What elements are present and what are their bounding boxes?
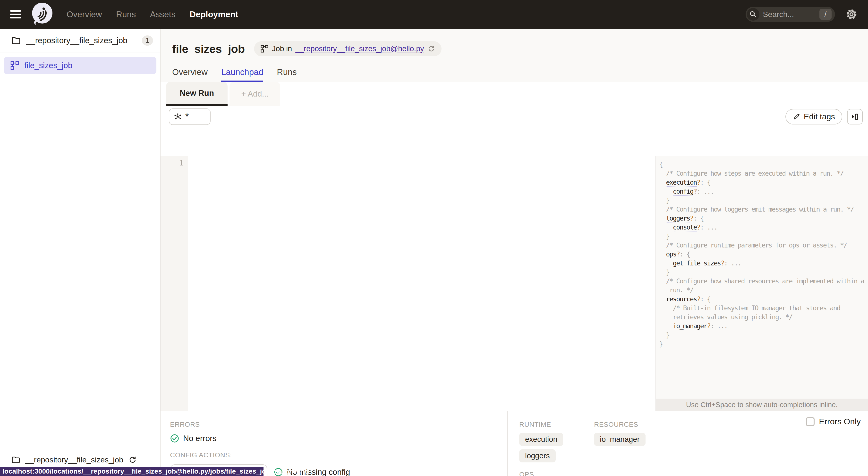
nav-right: /	[746, 7, 858, 22]
launchpad-toolbar: * Edit tags	[160, 106, 868, 127]
op-selector-input[interactable]: *	[169, 108, 211, 125]
status-url-text: localhost:3000/locations/__repository__f…	[2, 468, 309, 475]
job-tabs: OverviewLaunchpadRuns	[172, 67, 297, 82]
line-number: 1	[179, 159, 183, 167]
dagster-logo-icon[interactable]	[31, 2, 54, 26]
config-sections-panel: Errors Only RUNTIME executionloggers RES…	[507, 411, 868, 476]
sidebar-repo-name: __repository__file_sizes_job	[26, 36, 142, 45]
sidebar-repo-count-badge: 1	[142, 35, 153, 45]
reload-repository-icon[interactable]	[128, 455, 137, 464]
search-shortcut-badge: /	[819, 9, 832, 20]
chip-execution[interactable]: execution	[519, 433, 563, 446]
search-icon	[747, 8, 760, 21]
editor-gutter: 1	[160, 156, 188, 411]
resources-label: RESOURCES	[594, 421, 646, 429]
autocomplete-hint: Use Ctrl+Space to show auto-completions …	[656, 399, 868, 411]
editor-code-area[interactable]	[188, 156, 655, 411]
top-nav: OverviewRunsAssetsDeployment /	[0, 0, 868, 29]
job-graph-icon	[10, 61, 20, 70]
ops-label: OPS	[519, 471, 868, 476]
config-schema-panel: { /* Configure how steps are executed wi…	[655, 156, 868, 411]
errors-only-toggle: Errors Only	[806, 417, 861, 426]
runtime-label: RUNTIME	[519, 421, 594, 429]
edit-tags-label: Edit tags	[804, 112, 835, 121]
errors-status: No errors	[183, 434, 217, 443]
runtime-chips: executionloggers	[519, 433, 594, 463]
tab-overview[interactable]: Overview	[172, 67, 208, 82]
search-input[interactable]	[760, 10, 819, 19]
errors-only-checkbox[interactable]	[806, 417, 814, 426]
sidebar-footer: __repository__file_sizes_job	[0, 455, 160, 464]
job-origin-prefix: Job in	[272, 44, 292, 53]
errors-label: ERRORS	[170, 421, 507, 429]
sidebar-repo-row[interactable]: __repository__file_sizes_job 1	[0, 29, 160, 53]
status-url-tooltip: localhost:3000/locations/__repository__f…	[0, 467, 264, 476]
errors-section: ERRORS No errors CONFIG ACTIONS: Scaffol…	[160, 411, 507, 476]
chip-io_manager[interactable]: io_manager	[594, 433, 646, 446]
tab-new-run[interactable]: New Run	[166, 82, 227, 106]
pencil-icon	[793, 113, 801, 121]
sidebar: __repository__file_sizes_job 1 file_size…	[0, 29, 160, 476]
edit-tags-button[interactable]: Edit tags	[785, 109, 842, 125]
dagster-app: OverviewRunsAssetsDeployment /	[0, 0, 868, 476]
job-graph-icon	[260, 45, 269, 53]
op-selector-value: *	[185, 112, 189, 121]
nav-item-assets[interactable]: Assets	[150, 9, 176, 19]
op-selector-icon	[174, 112, 182, 121]
nav-item-deployment[interactable]: Deployment	[190, 9, 238, 19]
bottom-panel: ERRORS No errors CONFIG ACTIONS: Scaffol…	[160, 411, 868, 476]
launchpad-session-tabs: New Run + Add...	[160, 82, 868, 106]
job-origin-tag: Job in __repository__file_sizes_job@hell…	[254, 41, 441, 56]
page-header: file_sizes_job Job in __repository__file…	[160, 29, 868, 82]
page-title: file_sizes_job	[172, 42, 245, 56]
settings-gear-icon[interactable]	[845, 8, 858, 21]
tab-runs[interactable]: Runs	[277, 67, 297, 82]
nav-item-overview[interactable]: Overview	[66, 9, 102, 19]
sidebar-item-label: file_sizes_job	[24, 61, 72, 70]
repository-link[interactable]: __repository__file_sizes_job@hello.py	[295, 44, 424, 53]
config-schema-code: { /* Configure how steps are executed wi…	[656, 156, 868, 348]
chip-loggers[interactable]: loggers	[519, 449, 556, 463]
panel-toggle-icon	[850, 112, 859, 121]
nav-item-runs[interactable]: Runs	[116, 9, 136, 19]
add-session-tab-button[interactable]: + Add...	[229, 82, 280, 106]
resources-chips: io_manager	[594, 433, 646, 446]
config-actions-label: CONFIG ACTIONS:	[170, 451, 507, 459]
check-circle-icon	[170, 434, 179, 443]
sidebar-item-file-sizes-job[interactable]: file_sizes_job	[4, 57, 156, 74]
reload-icon[interactable]	[428, 45, 435, 53]
hamburger-menu-icon[interactable]	[10, 10, 21, 19]
collapse-config-panel-button[interactable]	[847, 109, 863, 125]
footer-repo-name: __repository__file_sizes_job	[25, 455, 123, 464]
tab-launchpad[interactable]: Launchpad	[221, 67, 263, 82]
search-box[interactable]: /	[746, 7, 835, 22]
main-content: file_sizes_job Job in __repository__file…	[160, 29, 868, 476]
folder-icon	[11, 36, 21, 45]
nav-links: OverviewRunsAssetsDeployment	[66, 9, 238, 19]
config-editor: 1 { /* Configure how steps are executed …	[160, 156, 868, 411]
folder-icon	[11, 455, 21, 464]
errors-only-label: Errors Only	[819, 417, 861, 426]
